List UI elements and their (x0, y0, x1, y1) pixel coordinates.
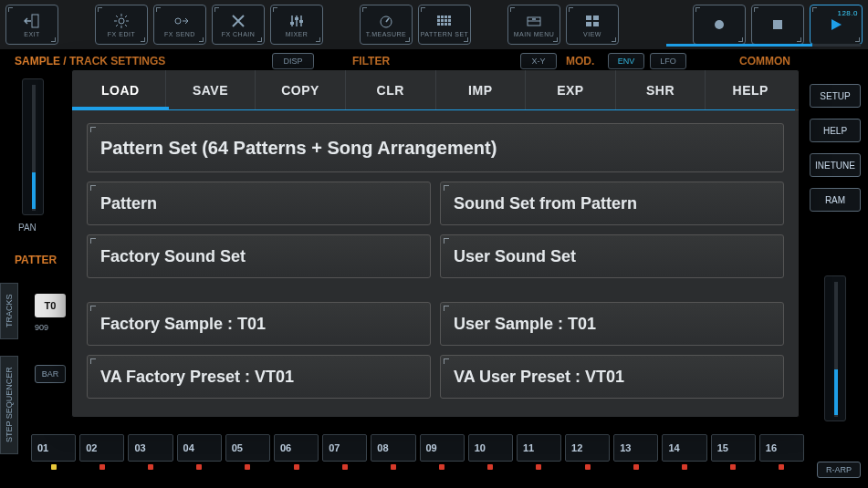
step-button[interactable]: 15 (711, 434, 756, 462)
view-button[interactable]: VIEW (566, 5, 619, 45)
option-label: Sound Set from Pattern (454, 194, 637, 213)
exit-label: EXIT (24, 31, 40, 37)
tab-clr[interactable]: CLR (346, 70, 436, 109)
step-button[interactable]: 02 (79, 434, 124, 462)
option-label: User Sample : T01 (454, 315, 596, 334)
fxsend-button[interactable]: FX SEND (153, 5, 206, 45)
stop-icon (769, 16, 787, 33)
step-indicator (613, 463, 658, 471)
svg-rect-27 (437, 23, 440, 26)
tmeasure-button[interactable]: T.MEASURE (360, 5, 413, 45)
step-sequencer-vtab[interactable]: STEP SEQUENCER (0, 356, 18, 454)
env-button[interactable]: ENV (608, 53, 644, 69)
step-indicator-row (31, 463, 804, 471)
patternset-label: PATTERN SET (421, 31, 469, 37)
pattern-heading: PATTER (15, 254, 57, 266)
record-button[interactable] (693, 5, 746, 45)
tab-exp[interactable]: EXP (526, 70, 616, 109)
svg-point-1 (119, 18, 124, 24)
step-button[interactable]: 03 (128, 434, 173, 462)
step-button[interactable]: 06 (274, 434, 319, 462)
option-pattern-set[interactable]: Pattern Set (64 Patterns + Song Arrangem… (87, 123, 784, 172)
step-button[interactable]: 16 (759, 434, 804, 462)
rarp-button[interactable]: R-ARP (817, 462, 861, 478)
step-button[interactable]: 14 (662, 434, 706, 462)
finetune-button[interactable]: INETUNE (810, 153, 861, 177)
mainmenu-button[interactable]: MAIN MENU (507, 5, 560, 45)
step-indicator (128, 463, 173, 471)
help-button-side[interactable]: HELP (810, 119, 861, 142)
svg-rect-20 (441, 16, 444, 18)
svg-rect-39 (773, 20, 782, 29)
option-user-sound-set[interactable]: User Sound Set (440, 234, 784, 278)
tab-shr[interactable]: SHR (616, 70, 706, 109)
option-factory-sample[interactable]: Factory Sample : T01 (87, 302, 431, 346)
tab-load[interactable]: LOAD (76, 70, 166, 109)
filter-heading: FILTER (352, 55, 390, 67)
option-label: Factory Sound Set (100, 247, 246, 266)
step-indicator (371, 463, 415, 471)
play-button[interactable]: 128.0 (810, 5, 863, 45)
svg-rect-36 (586, 22, 591, 26)
option-factory-sound-set[interactable]: Factory Sound Set (87, 234, 431, 278)
step-button[interactable]: 05 (225, 434, 270, 462)
svg-line-9 (125, 16, 127, 17)
option-va-factory-preset[interactable]: VA Factory Preset : VT01 (87, 355, 431, 399)
exit-button[interactable]: EXIT (5, 5, 58, 45)
lfo-button[interactable]: LFO (650, 53, 686, 69)
tab-save[interactable]: SAVE (166, 70, 256, 109)
svg-rect-35 (593, 16, 599, 20)
disp-button[interactable]: DISP (272, 53, 314, 69)
right-vertical-slider[interactable] (824, 275, 846, 421)
xy-button[interactable]: X-Y (520, 53, 557, 69)
transport-progress (666, 44, 861, 47)
tracks-vtab[interactable]: TRACKS (0, 283, 18, 339)
step-indicator (225, 463, 270, 471)
option-va-user-preset[interactable]: VA User Preset : VT01 (440, 355, 784, 399)
option-label: Pattern (100, 194, 157, 213)
svg-rect-16 (299, 20, 303, 23)
step-button[interactable]: 04 (177, 434, 222, 462)
step-button[interactable]: 10 (468, 434, 513, 462)
patternset-button[interactable]: PATTERN SET (418, 5, 471, 45)
step-button[interactable]: 13 (613, 434, 658, 462)
step-button[interactable]: 07 (322, 434, 367, 462)
option-label: VA User Preset : VT01 (454, 368, 624, 387)
gauge-icon (377, 13, 395, 29)
sliders-icon (288, 13, 306, 29)
setup-button[interactable]: SETUP (810, 84, 861, 108)
left-vertical-slider[interactable] (22, 78, 44, 215)
track-sub-label: 909 (35, 323, 48, 332)
option-soundset-from-pattern[interactable]: Sound Set from Pattern (440, 182, 784, 225)
option-user-sample[interactable]: User Sample : T01 (440, 302, 784, 346)
step-button[interactable]: 11 (517, 434, 561, 462)
grid4-icon (583, 13, 601, 29)
fxedit-button[interactable]: FX EDIT (95, 5, 148, 45)
step-button[interactable]: 12 (565, 434, 610, 462)
option-pattern[interactable]: Pattern (87, 182, 431, 225)
step-button[interactable]: 08 (371, 434, 415, 462)
stop-button[interactable] (751, 5, 804, 45)
step-indicator (31, 463, 76, 471)
svg-rect-26 (448, 19, 451, 22)
option-label: Factory Sample : T01 (100, 315, 266, 334)
pan-label: PAN (18, 223, 37, 233)
mainmenu-label: MAIN MENU (514, 31, 555, 37)
tab-imp[interactable]: IMP (436, 70, 527, 109)
track-selector[interactable]: T0 (35, 294, 66, 317)
option-label: User Sound Set (454, 247, 576, 266)
step-button[interactable]: 09 (420, 434, 465, 462)
bar-button[interactable]: BAR (35, 365, 66, 383)
view-label: VIEW (583, 31, 601, 37)
sun-arrow-icon (171, 13, 189, 29)
fxchain-button[interactable]: FX CHAIN (212, 5, 265, 45)
svg-rect-25 (444, 19, 447, 22)
svg-rect-21 (444, 16, 447, 18)
mixer-button[interactable]: MIXER (270, 5, 323, 45)
tab-copy[interactable]: COPY (256, 70, 346, 109)
tab-help[interactable]: HELP (706, 70, 795, 109)
step-indicator (662, 463, 706, 471)
ram-button[interactable]: RAM (810, 188, 861, 212)
step-button[interactable]: 01 (31, 434, 76, 462)
option-label: VA Factory Preset : VT01 (100, 368, 294, 387)
